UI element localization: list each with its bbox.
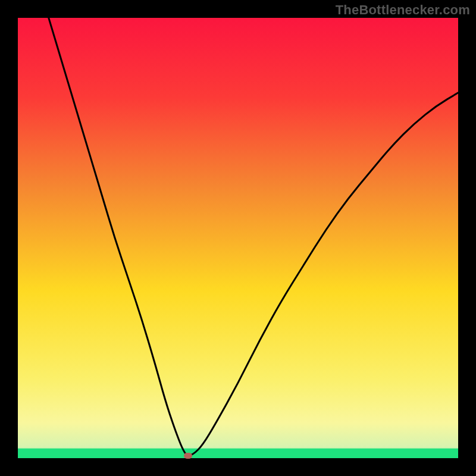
chart-frame: TheBottlenecker.com bbox=[0, 0, 476, 476]
svg-rect-0 bbox=[18, 18, 458, 458]
plot-svg bbox=[18, 18, 458, 458]
plot-area bbox=[18, 18, 458, 458]
svg-rect-1 bbox=[18, 449, 458, 458]
watermark-text: TheBottlenecker.com bbox=[336, 2, 470, 18]
minimum-marker bbox=[184, 453, 192, 459]
